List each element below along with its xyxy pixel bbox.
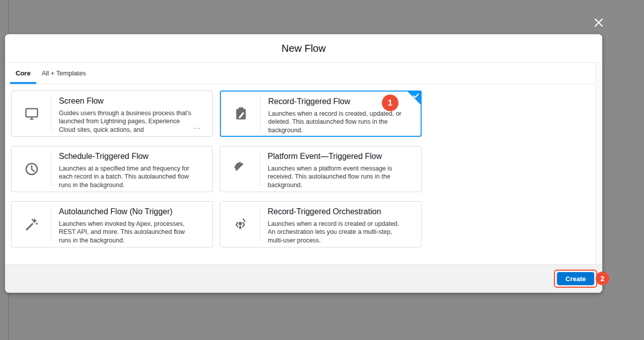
card-description: Launches when a record is created, updat…	[268, 110, 407, 134]
tab-all-templates[interactable]: All + Templates	[36, 63, 92, 84]
create-button[interactable]: Create	[557, 272, 594, 285]
close-icon	[592, 16, 605, 29]
record-update-icon	[233, 106, 249, 122]
screen: { "modal": { "title": "New Flow", "tabs"…	[0, 0, 644, 340]
card-platform-event-triggered-flow[interactable]: Platform Event—Triggered Flow Launches w…	[220, 146, 422, 192]
modal-footer: Create 2	[5, 264, 602, 293]
card-description: Launches at a specified time and frequen…	[59, 164, 198, 189]
card-title: Screen Flow	[59, 97, 198, 106]
truncation-ellipsis: ...	[194, 123, 201, 130]
annotation-badge-1: 1	[382, 95, 398, 111]
card-schedule-triggered-flow[interactable]: Schedule-Triggered Flow Launches at a sp…	[11, 146, 213, 192]
card-description: Launches when a platform event message i…	[268, 164, 407, 189]
card-title: Platform Event—Triggered Flow	[268, 152, 407, 161]
page-title: New Flow	[282, 43, 326, 54]
annotation-badge-2: 2	[596, 272, 609, 285]
card-title: Autolaunched Flow (No Trigger)	[59, 207, 198, 216]
card-autolaunched-flow[interactable]: Autolaunched Flow (No Trigger) Launches …	[11, 201, 213, 247]
desktop-icon	[24, 106, 40, 122]
card-description: Launches when invoked by Apex, processes…	[59, 220, 198, 244]
checkmark-icon	[413, 93, 419, 99]
tab-bar: Core All + Templates	[5, 63, 595, 84]
card-description: Launches when a record is created or upd…	[268, 220, 407, 244]
modal-header: New Flow	[5, 34, 602, 63]
clock-icon	[24, 161, 40, 177]
tab-core-label: Core	[16, 69, 31, 77]
new-flow-modal: New Flow Core All + Templates	[5, 34, 602, 293]
card-description: Guides users through a business process …	[59, 109, 198, 134]
card-record-triggered-flow[interactable]: Record-Triggered Flow Launches when a re…	[220, 91, 422, 137]
tab-all-templates-label: All + Templates	[42, 69, 86, 77]
card-title: Record-Triggered Orchestration	[268, 207, 407, 216]
tab-core[interactable]: Core	[10, 63, 36, 84]
orchestration-icon	[232, 216, 249, 232]
flow-type-grid: Screen Flow Guides users through a busin…	[11, 91, 589, 247]
close-button[interactable]	[591, 15, 607, 31]
card-screen-flow[interactable]: Screen Flow Guides users through a busin…	[11, 91, 213, 137]
card-title: Schedule-Triggered Flow	[59, 152, 198, 161]
vertical-scrollbar[interactable]	[595, 63, 602, 264]
card-record-triggered-orchestration[interactable]: Record-Triggered Orchestration Launches …	[220, 201, 422, 247]
flow-type-list: Screen Flow Guides users through a busin…	[5, 84, 595, 264]
magic-wand-icon	[24, 216, 40, 232]
satellite-dish-icon	[232, 161, 249, 177]
